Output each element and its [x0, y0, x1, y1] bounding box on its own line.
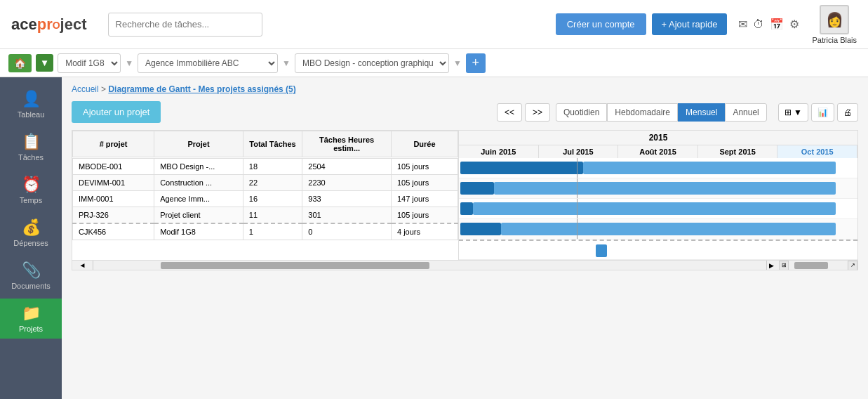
- left-headers: # projet Projet Total Tâches Tâches Heur…: [72, 131, 458, 158]
- calendar-icon[interactable]: 📅: [770, 18, 784, 31]
- select-separator: ▼: [125, 58, 133, 68]
- row2-id: DEVIMM-001: [73, 175, 154, 191]
- breadcrumb-separator: >: [101, 84, 108, 94]
- taches-icon: 📋: [22, 133, 41, 151]
- row5-heures: 0: [302, 223, 392, 240]
- clock-icon[interactable]: ⏱: [753, 18, 764, 31]
- nav-next-button[interactable]: >>: [525, 103, 550, 122]
- col-header-total: Total Tâches: [243, 131, 302, 157]
- bar-1-light: [583, 162, 836, 174]
- period-annuel[interactable]: Annuel: [725, 103, 766, 122]
- bar-1-dark: [460, 162, 583, 174]
- sidebar: 👤 Tableau 📋 Tâches ⏰ Temps 💰 Dépenses 📎 …: [0, 77, 62, 399]
- sidebar-label-temps: Temps: [20, 196, 42, 204]
- row5-projet: Modif 1G8: [154, 223, 243, 240]
- expand-icon: ↗: [850, 262, 855, 268]
- home-dropdown-button[interactable]: ▼: [36, 54, 53, 72]
- agence-separator: ▼: [282, 58, 291, 68]
- gantt-header-row: # projet Projet Total Tâches Tâches Heur…: [72, 131, 857, 158]
- divider-2: [577, 178, 577, 198]
- ajout-rapide-button[interactable]: + Ajout rapide: [652, 13, 728, 35]
- projets-icon: 📁: [22, 304, 41, 322]
- month-aug: Août 2015: [618, 145, 698, 158]
- breadcrumb-home[interactable]: Accueil: [72, 84, 99, 94]
- row5-duree: 4 jours: [391, 223, 458, 240]
- period-quotidien[interactable]: Quotidien: [556, 103, 607, 122]
- bar-5-small: [596, 244, 607, 257]
- chart-view-button[interactable]: 📊: [811, 103, 834, 122]
- scroll-left-btn[interactable]: ◄: [72, 261, 93, 270]
- sidebar-item-projets[interactable]: 📁 Projets: [0, 299, 62, 339]
- table-row: CJK456 Modif 1G8 1 0 4 jours: [73, 223, 458, 240]
- table-row: DEVIMM-001 Construction ... 22 2230 105 …: [73, 175, 458, 191]
- gantt-body-wrapper: MBODE-001 MBO Design -... 18 2504 105 jo…: [72, 158, 857, 260]
- row5-total: 1: [243, 223, 302, 240]
- sidebar-label-tableau: Tableau: [18, 110, 45, 119]
- bar-3-light: [473, 202, 836, 215]
- month-jun: Juin 2015: [459, 145, 539, 158]
- ajouter-projet-button[interactable]: Ajouter un projet: [72, 101, 161, 123]
- table-row: IMM-0001 Agence Imm... 16 933 147 jours: [73, 191, 458, 207]
- sidebar-item-taches[interactable]: 📋 Tâches: [0, 127, 62, 167]
- row5-id: CJK456: [73, 223, 154, 240]
- expand-btn[interactable]: ↗: [848, 261, 857, 270]
- action-bar: Ajouter un projet << >> Quotidien Hebdom…: [72, 101, 858, 123]
- view-buttons: ⊞ ▼ 📊 🖨: [778, 103, 858, 122]
- logo-text: ace: [11, 15, 37, 33]
- documents-icon: 📎: [22, 261, 41, 280]
- row3-duree: 147 jours: [391, 191, 458, 207]
- gantt-row-4: [459, 219, 857, 240]
- mbo-select[interactable]: MBO Design - conception graphique: [295, 53, 449, 73]
- settings-icon[interactable]: ⚙: [789, 18, 799, 31]
- sidebar-label-documents: Documents: [11, 282, 51, 290]
- home-button[interactable]: 🏠: [8, 54, 32, 72]
- col-header-duree: Durée: [391, 131, 458, 157]
- sidebar-item-documents[interactable]: 📎 Documents: [0, 256, 62, 296]
- breadcrumb-current: Diagramme de Gantt - Mes projets assigné…: [108, 84, 295, 94]
- gantt-container: # projet Projet Total Tâches Tâches Heur…: [72, 130, 858, 270]
- row2-total: 22: [243, 175, 302, 191]
- header-right: Créer un compte + Ajout rapide ✉ ⏱ 📅 ⚙ 👩…: [556, 5, 857, 44]
- horizontal-scrollbar[interactable]: ◄ ▶ ⊞ ↗: [72, 260, 857, 270]
- gantt-row-1: [459, 158, 857, 178]
- gantt-months: Juin 2015 Jul 2015 Août 2015 Sept 2015 O…: [459, 145, 857, 158]
- bar-2-dark: [460, 182, 494, 195]
- nav-prev-button[interactable]: <<: [497, 103, 522, 122]
- mail-icon[interactable]: ✉: [738, 18, 747, 31]
- depenses-icon: 💰: [22, 218, 41, 237]
- logo: aceprOject: [11, 15, 87, 34]
- row3-projet: Agence Imm...: [154, 191, 243, 207]
- row4-total: 11: [243, 207, 302, 224]
- scroll-thumb-right[interactable]: [794, 262, 828, 269]
- tableau-icon: 👤: [22, 90, 41, 108]
- bar-4-dark: [460, 223, 501, 235]
- user-name: Patricia Blais: [812, 36, 857, 44]
- gantt-row-5: [459, 240, 857, 260]
- creer-compte-button[interactable]: Créer un compte: [556, 13, 646, 35]
- col-header-projet: Projet: [154, 131, 243, 157]
- scroll-thumb-left[interactable]: [161, 262, 430, 269]
- avatar-area: 👩 Patricia Blais: [812, 5, 857, 44]
- sidebar-item-tableau[interactable]: 👤 Tableau: [0, 84, 62, 124]
- grid-view-button[interactable]: ⊞ ▼: [778, 103, 808, 122]
- print-button[interactable]: 🖨: [837, 103, 858, 122]
- search-input[interactable]: [108, 13, 262, 37]
- avatar[interactable]: 👩: [820, 5, 849, 34]
- content: Accueil > Diagramme de Gantt - Mes proje…: [62, 77, 868, 399]
- sidebar-item-depenses[interactable]: 💰 Dépenses: [0, 213, 62, 253]
- divider-3: [577, 199, 577, 218]
- period-hebdomadaire[interactable]: Hebdomadaire: [607, 103, 678, 122]
- agence-select[interactable]: Agence Immobilière ABC: [138, 53, 278, 73]
- row4-heures: 301: [302, 207, 392, 224]
- scroll-right-icon: ▶: [769, 262, 774, 269]
- period-mensuel[interactable]: Mensuel: [678, 103, 725, 122]
- scroll-right-btn[interactable]: ▶: [766, 261, 776, 270]
- modif-select[interactable]: Modif 1G8: [58, 53, 121, 73]
- col-header-id: # projet: [73, 131, 154, 157]
- add-toolbar-button[interactable]: +: [466, 53, 486, 73]
- main: 👤 Tableau 📋 Tâches ⏰ Temps 💰 Dépenses 📎 …: [0, 77, 868, 399]
- month-jul: Jul 2015: [539, 145, 619, 158]
- search-box[interactable]: [108, 13, 262, 37]
- scroll-split-btn[interactable]: ⊞: [779, 261, 789, 270]
- sidebar-item-temps[interactable]: ⏰ Temps: [0, 170, 62, 210]
